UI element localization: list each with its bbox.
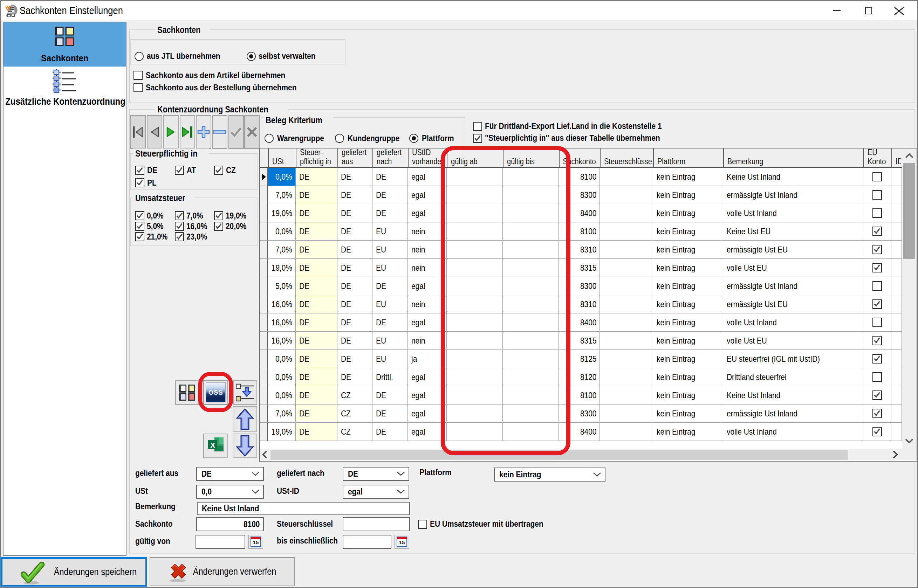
svg-text:X: X [210,441,215,450]
